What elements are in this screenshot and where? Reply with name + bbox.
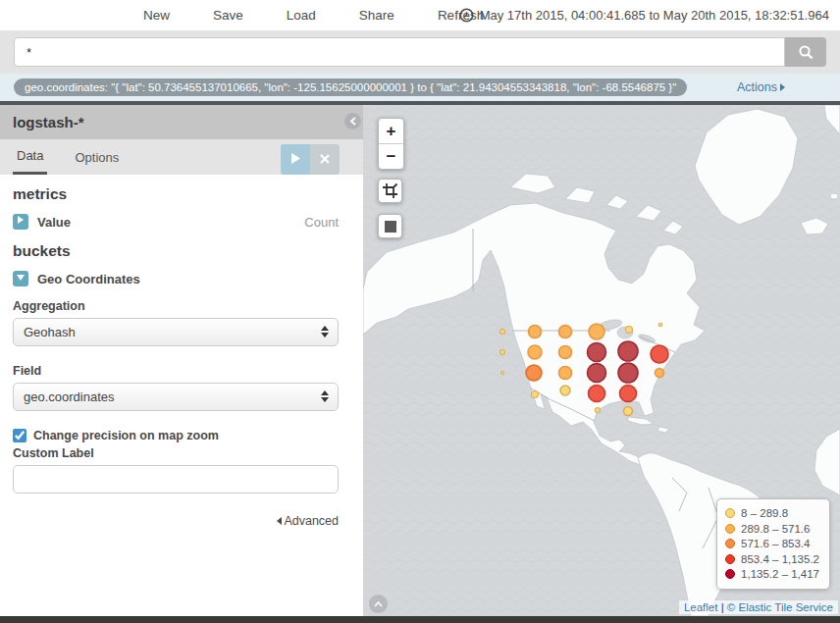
map-marker[interactable] (589, 324, 604, 339)
filter-bar: geo.coordinates: "{ "lat": 50.7364551370… (0, 74, 840, 101)
map-marker[interactable] (658, 323, 662, 327)
metrics-heading: metrics (13, 185, 339, 203)
field-label: Field (13, 364, 339, 378)
chevron-left-icon (349, 117, 356, 126)
time-picker[interactable]: May 17th 2015, 04:00:41.685 to May 20th … (459, 0, 829, 30)
map-marker[interactable] (501, 372, 504, 375)
legend-swatch (725, 508, 735, 518)
legend-swatch (725, 569, 735, 579)
legend-row: 853.4 – 1,135.2 (725, 551, 819, 567)
map-marker[interactable] (560, 386, 570, 395)
tab-options[interactable]: Options (71, 139, 123, 175)
expand-metric-button[interactable] (13, 214, 28, 230)
field-select[interactable]: geo.coordinates (13, 383, 339, 411)
fit-bounds-button[interactable] (378, 179, 402, 203)
map-marker[interactable] (588, 343, 606, 362)
filter-actions-button[interactable]: Actions (737, 80, 785, 94)
map-marker[interactable] (618, 341, 638, 361)
zoom-out-button[interactable]: − (379, 144, 403, 170)
legend-row: 571.6 – 853.4 (725, 537, 819, 552)
tab-data[interactable]: Data (13, 139, 47, 175)
main-area: logstash-* Data Options metrics (0, 105, 840, 616)
select-arrows-icon (321, 326, 329, 337)
caret-left-icon (277, 517, 282, 525)
tile-service-link[interactable]: © Elastic Tile Service (727, 601, 833, 613)
map-marker[interactable] (596, 408, 601, 413)
nav-save[interactable]: Save (213, 8, 243, 23)
time-range-label: May 17th 2015, 04:00:41.685 to May 20th … (480, 8, 829, 23)
close-icon (320, 154, 330, 164)
clock-icon (459, 8, 474, 23)
custom-label-input[interactable] (13, 465, 339, 493)
bottom-bar (0, 616, 840, 623)
bucket-geo-row: Geo Coordinates (13, 271, 339, 286)
legend-row: 8 – 289.8 (725, 506, 819, 522)
buckets-heading: buckets (13, 242, 339, 260)
rectangle-icon (385, 221, 396, 233)
precision-checkbox-row: Change precision on map zoom (13, 429, 339, 442)
legend-range: 289.8 – 571.6 (741, 523, 810, 535)
search-button[interactable] (785, 37, 826, 67)
map-marker[interactable] (526, 365, 542, 381)
attribution-separator: | (721, 601, 724, 613)
discard-changes-button[interactable] (310, 144, 340, 175)
legend-row: 289.8 – 571.6 (725, 521, 819, 537)
zoom-in-button[interactable]: + (379, 119, 403, 144)
aggregation-label: Aggregation (13, 299, 339, 313)
legend-range: 1,135.2 – 1,417 (741, 568, 819, 580)
crop-icon (382, 182, 398, 199)
legend-range: 8 – 289.8 (741, 507, 788, 519)
search-input[interactable] (14, 37, 785, 67)
caret-right-icon (18, 216, 24, 224)
map-marker[interactable] (656, 369, 664, 378)
map-marker[interactable] (626, 327, 633, 334)
tile-map[interactable]: + − 8 – 289.8 289.8 – 571.6 (363, 105, 840, 616)
legend-swatch (725, 554, 735, 564)
precision-checkbox[interactable] (13, 429, 26, 442)
caret-down-icon (17, 275, 25, 281)
map-marker[interactable] (500, 350, 505, 355)
map-marker[interactable] (559, 346, 572, 359)
vis-editor-form: metrics Value Count buckets Geo Coordina… (0, 175, 363, 528)
bucket-label: Geo Coordinates (37, 272, 140, 286)
aggregation-selected-value: Geohash (24, 325, 76, 339)
map-marker[interactable] (500, 330, 505, 335)
metric-agg-value: Count (304, 215, 339, 230)
search-icon (798, 44, 814, 61)
map-marker[interactable] (589, 386, 605, 402)
precision-checkbox-label[interactable]: Change precision on map zoom (33, 429, 219, 442)
aggregation-select[interactable]: Geohash (13, 318, 339, 346)
advanced-toggle[interactable]: Advanced (13, 514, 339, 528)
map-marker[interactable] (559, 326, 572, 338)
top-navbar: New Save Load Share Refresh May 17th 201… (0, 0, 840, 30)
geo-filter-pill[interactable]: geo.coordinates: "{ "lat": 50.7364551370… (14, 78, 687, 96)
map-marker[interactable] (529, 326, 542, 338)
map-marker[interactable] (528, 345, 542, 359)
sidebar-collapse-button[interactable] (344, 113, 361, 130)
field-selected-value: geo.coordinates (24, 389, 115, 404)
map-marker[interactable] (651, 345, 668, 363)
legend-swatch (725, 539, 735, 548)
map-marker[interactable] (559, 367, 572, 380)
filter-actions-label: Actions (737, 80, 777, 94)
nav-share[interactable]: Share (359, 8, 394, 23)
nav-menu: New Save Load Share Refresh (143, 8, 484, 23)
leaflet-link[interactable]: Leaflet (684, 601, 718, 613)
apply-changes-button[interactable] (281, 144, 310, 175)
map-marker[interactable] (620, 386, 637, 402)
map-marker[interactable] (532, 391, 539, 398)
draw-rectangle-button[interactable] (378, 214, 402, 238)
play-icon (290, 153, 300, 164)
query-bar (0, 30, 840, 74)
metric-label: Value (37, 215, 71, 230)
collapse-bucket-button[interactable] (13, 271, 28, 286)
nav-load[interactable]: Load (287, 8, 316, 23)
scroll-top-button[interactable] (369, 595, 388, 613)
map-marker[interactable] (588, 364, 606, 383)
map-marker[interactable] (618, 363, 638, 383)
nav-new[interactable]: New (143, 8, 170, 23)
advanced-label: Advanced (284, 514, 339, 528)
map-marker[interactable] (624, 407, 633, 416)
legend-range: 853.4 – 1,135.2 (741, 553, 819, 565)
zoom-control: + − (378, 118, 404, 170)
